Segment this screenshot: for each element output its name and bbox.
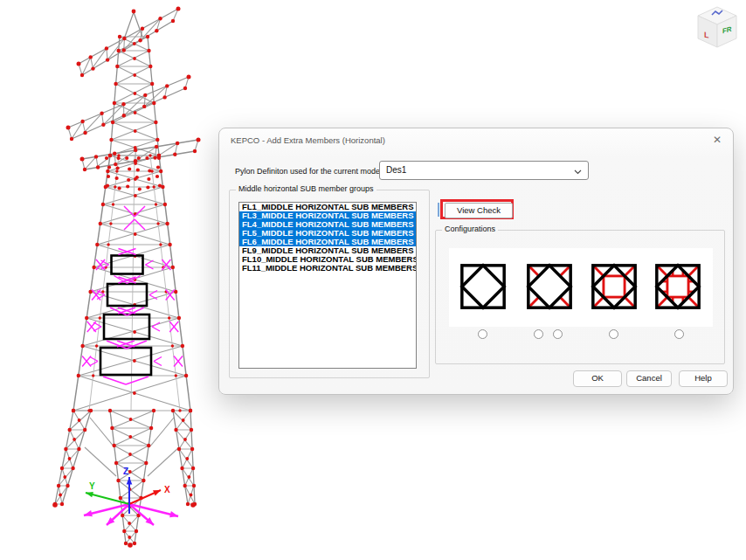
member-groups-label: Middle horizontal SUB member groups [236, 184, 376, 193]
config-diagram-2 [524, 261, 575, 312]
radio-config-4[interactable] [674, 329, 684, 339]
dialog-add-extra-members: KEPCO - Add Extra Members (Horizontal) ✕… [218, 128, 734, 395]
focus-accent-bar [438, 203, 439, 217]
dialog-title: KEPCO - Add Extra Members (Horizontal) [231, 135, 385, 145]
dialog-titlebar[interactable]: KEPCO - Add Extra Members (Horizontal) ✕ [219, 128, 733, 151]
highlighted-groups-and-axis-triad: YXZ [82, 206, 183, 525]
member-group-list[interactable]: FL1_MIDDLE HORIZONTAL SUB MEMBERSFL3_MID… [238, 202, 417, 369]
cancel-button[interactable]: Cancel [626, 370, 672, 387]
member-groups-groupbox: Middle horizontal SUB member groups FL1_… [229, 190, 430, 378]
configurations-label: Configurations [442, 225, 498, 233]
config-diagram-3 [589, 261, 639, 312]
application-canvas: YXZ L FR KEPCO - Add Extra Members (Hori… [0, 0, 746, 560]
radio-config-3[interactable] [609, 329, 618, 339]
pylon-definition-label: Pylon Definiton used for the current mod… [235, 167, 382, 176]
chevron-down-icon [574, 167, 582, 176]
help-button[interactable]: Help [679, 370, 728, 387]
pylon-definition-value: Des1 [386, 165, 406, 175]
svg-text:Z: Z [123, 467, 128, 476]
configurations-preview-strip [449, 248, 713, 327]
pylon-definition-select[interactable]: Des1 [379, 161, 589, 180]
svg-text:L: L [704, 30, 709, 39]
list-item[interactable]: FL11_MIDDLE HORIZONTAL SUB MEMBERS [239, 264, 416, 273]
config-diagram-4 [653, 261, 703, 312]
pylon-model-viewport[interactable]: YXZ [0, 0, 214, 560]
radio-config-1[interactable] [478, 329, 487, 339]
radio-config-2b[interactable] [553, 329, 563, 339]
close-icon[interactable]: ✕ [710, 133, 724, 147]
ok-button[interactable]: OK [573, 370, 622, 387]
svg-text:X: X [164, 485, 170, 494]
lattice-members [55, 9, 198, 543]
radio-config-2a[interactable] [534, 329, 543, 339]
config-diagram-1 [458, 261, 508, 312]
view-check-button[interactable]: View Check [445, 203, 513, 218]
view-cube[interactable]: L FR [690, 2, 744, 52]
svg-text:Y: Y [89, 481, 95, 491]
configurations-groupbox: Configurations [435, 230, 725, 364]
